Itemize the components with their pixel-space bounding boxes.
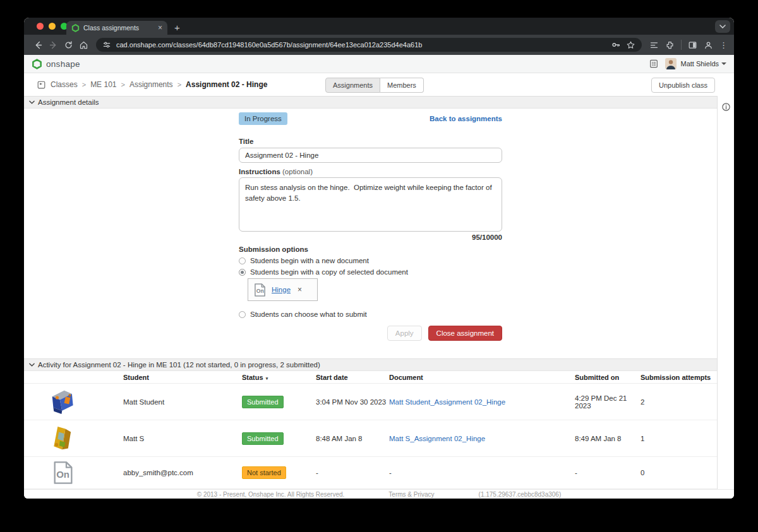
forward-icon[interactable] — [45, 37, 61, 52]
collapse-chevron-icon — [29, 363, 35, 367]
submission-options-label: Submission options — [239, 245, 308, 253]
document-cell: - — [389, 469, 575, 476]
breadcrumb-assignments[interactable]: Assignments — [129, 80, 173, 89]
section-title: Activity for Assignment 02 - Hinge in ME… — [38, 361, 320, 369]
minimize-window-button[interactable] — [49, 23, 56, 30]
option-label: Students begin with a copy of selected d… — [250, 268, 408, 276]
selected-document-chip[interactable]: On Hinge × — [248, 278, 318, 301]
col-submitted-on: Submitted on — [575, 374, 641, 381]
document-link[interactable]: Matt Student_Assignment 02_Hinge — [389, 398, 505, 406]
instructions-textarea[interactable]: Run stess analysis on the hinge. Optimiz… — [239, 177, 502, 232]
back-icon[interactable] — [30, 37, 45, 52]
sort-caret-icon: ▾ — [266, 376, 268, 381]
breadcrumb-row: Classes > ME 101 > Assignments > Assignm… — [24, 73, 734, 96]
character-count: 95/10000 — [472, 233, 502, 241]
document-chip-link[interactable]: Hinge — [272, 286, 291, 293]
url-bar[interactable]: cad.onshape.com/classes/64db87cd1948160e… — [96, 38, 642, 52]
class-view-toggle: Assignments Members — [325, 78, 424, 93]
breadcrumb-separator: > — [82, 81, 86, 88]
option-new-document[interactable]: Students begin with a new document — [239, 257, 369, 264]
tab-close-icon[interactable]: × — [158, 23, 162, 32]
submitted-on: 4:29 PM Dec 21 2023 — [575, 394, 641, 410]
reload-icon[interactable] — [61, 37, 76, 52]
student-name: Matt S — [123, 435, 242, 442]
breadcrumb-class-name[interactable]: ME 101 — [90, 80, 116, 89]
extensions-icon[interactable] — [665, 40, 675, 50]
submission-attempts: 0 — [641, 469, 717, 476]
browser-profile-icon[interactable] — [704, 40, 713, 50]
document-thumbnail — [45, 387, 80, 417]
passwords-key-icon[interactable] — [611, 40, 621, 50]
status-badge: In Progress — [239, 112, 287, 125]
terms-privacy-link[interactable]: Terms & Privacy — [388, 491, 434, 498]
window-controls — [37, 23, 68, 30]
tab-assignments[interactable]: Assignments — [325, 78, 380, 93]
version-text: (1.175.29637.cebbc8d3a306) — [479, 491, 562, 498]
browser-menu-kebab-icon[interactable]: ⋮ — [719, 40, 728, 50]
submission-attempts: 2 — [641, 398, 717, 406]
reading-list-icon[interactable] — [649, 40, 659, 50]
activity-section-header[interactable]: Activity for Assignment 02 - Hinge in ME… — [24, 358, 717, 371]
collapse-chevron-icon — [29, 100, 35, 104]
site-settings-icon[interactable] — [102, 40, 111, 49]
table-row: Matt S Submitted 8:48 AM Jan 8 Matt S_As… — [24, 420, 717, 457]
close-assignment-button[interactable]: Close assignment — [428, 326, 502, 341]
breadcrumb-separator: > — [121, 81, 124, 88]
document-link[interactable]: Matt S_Assignment 02_Hinge — [389, 435, 485, 442]
status-badge: Submitted — [242, 432, 284, 445]
assignment-details-section-header[interactable]: Assignment details — [24, 96, 717, 109]
document-thumbnail — [45, 423, 80, 454]
browser-toolbar: cad.onshape.com/classes/64db87cd1948160e… — [24, 35, 734, 55]
toolbar-divider — [681, 40, 682, 50]
section-title: Assignment details — [38, 98, 99, 106]
optional-hint: (optional) — [282, 168, 313, 175]
close-window-button[interactable] — [37, 23, 44, 30]
start-date: 8:48 AM Jan 8 — [316, 435, 389, 442]
table-header: Student Status▾ Start date Document Subm… — [24, 371, 717, 384]
breadcrumb-classes[interactable]: Classes — [51, 80, 78, 89]
radio-checked-icon[interactable] — [239, 269, 246, 276]
unpublish-class-button[interactable]: Unpublish class — [651, 78, 715, 93]
option-label: Students can choose what to submit — [250, 310, 367, 318]
browser-tab[interactable]: Class assignments × — [66, 21, 167, 35]
user-avatar[interactable] — [665, 58, 677, 69]
tab-title: Class assignments — [83, 24, 154, 32]
title-label: Title — [239, 138, 253, 145]
col-student: Student — [123, 374, 242, 381]
user-menu-caret-icon[interactable] — [721, 62, 726, 65]
info-icon[interactable] — [721, 102, 731, 112]
col-status[interactable]: Status▾ — [242, 374, 316, 381]
title-input[interactable] — [239, 148, 502, 163]
new-tab-button[interactable]: + — [174, 21, 180, 34]
toolbar-right-icons: ⋮ — [647, 40, 728, 50]
submitted-on: 8:49 AM Jan 8 — [575, 435, 641, 442]
back-to-assignments-link[interactable]: Back to assignments — [430, 115, 502, 122]
col-start-date: Start date — [316, 374, 389, 381]
browser-tab-strip: Class assignments × + — [24, 18, 734, 35]
radio-unchecked-icon[interactable] — [239, 257, 246, 264]
tab-members[interactable]: Members — [380, 78, 424, 93]
side-panel-icon[interactable] — [688, 40, 697, 50]
breadcrumb-current: Assignment 02 - Hinge — [186, 80, 267, 89]
option-choose-submit[interactable]: Students can choose what to submit — [239, 310, 367, 318]
student-name: Matt Student — [123, 398, 242, 406]
radio-unchecked-icon[interactable] — [239, 311, 246, 318]
option-label: Students begin with a new document — [250, 257, 369, 264]
option-copy-document[interactable]: Students begin with a copy of selected d… — [239, 268, 408, 276]
onshape-logo-icon[interactable] — [32, 59, 42, 69]
remove-document-icon[interactable]: × — [298, 285, 302, 294]
col-document: Document — [389, 374, 575, 381]
user-name[interactable]: Matt Shields — [680, 60, 719, 68]
home-icon[interactable] — [76, 37, 91, 52]
activity-table: Student Status▾ Start date Document Subm… — [24, 371, 717, 489]
classes-icon — [37, 80, 46, 90]
svg-text:On: On — [256, 288, 264, 294]
bookmark-star-icon[interactable] — [626, 40, 635, 50]
learning-center-icon[interactable] — [649, 59, 659, 69]
tab-search-chevron-icon[interactable] — [715, 20, 730, 33]
onshape-header: onshape Matt Shields — [24, 55, 734, 73]
apply-button[interactable]: Apply — [387, 326, 422, 341]
url-text[interactable]: cad.onshape.com/classes/64db87cd1948160e… — [116, 41, 606, 49]
onshape-logo-text[interactable]: onshape — [46, 59, 80, 69]
submission-attempts: 1 — [641, 435, 717, 442]
